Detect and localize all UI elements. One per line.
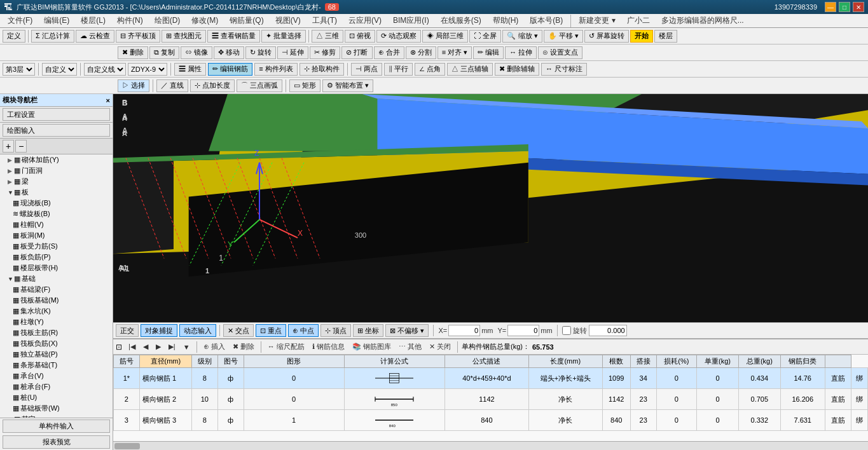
btn-align[interactable]: ≡ 对齐 ▾ — [437, 46, 472, 59]
btn-single-component[interactable]: 单构件输入 — [3, 419, 110, 433]
tree-item-masonry[interactable]: ▶ ▦ 砌体加筋(Y) — [5, 154, 113, 165]
tree-item-spiral-slab[interactable]: ≋ 螺旋板(B) — [10, 208, 113, 219]
btn-set-pivot[interactable]: ⊙ 设置支点 — [538, 46, 582, 59]
btn-point-angle[interactable]: ∠ 点角 — [415, 63, 445, 76]
tree-item-slab-hole[interactable]: ▦ 板洞(M) — [10, 230, 113, 241]
component-selector[interactable]: 自定义 — [42, 63, 77, 76]
tree-item-pit[interactable]: ▦ 集水坑(K) — [10, 306, 113, 317]
btn-draw-input[interactable]: 绘图输入 — [3, 124, 110, 137]
tree-item-pile-cap2[interactable]: ▦ 桩承台(F) — [10, 381, 113, 392]
menu-floor[interactable]: 楼层(L) — [76, 14, 111, 27]
btn-three-point-aux[interactable]: △ 三点辅轴 — [447, 63, 493, 76]
code-selector[interactable]: ZDYX-9 — [128, 63, 167, 76]
btn-delete[interactable]: ✖ 删除 — [118, 46, 148, 59]
minimize-button[interactable]: — — [825, 2, 836, 12]
btn-smart-place[interactable]: ⚙ 智能布置 ▾ — [322, 79, 373, 92]
tree-item-slab-tension[interactable]: ▦ 板受力筋(S) — [10, 241, 113, 252]
tree-item-pile[interactable]: ▦ 桩(U) — [10, 392, 113, 403]
menu-tools[interactable]: 工具(T) — [307, 14, 342, 27]
btn-insert-rebar[interactable]: ⊕ 插入 — [201, 341, 228, 352]
viewport[interactable]: B A A A1 1 — [113, 94, 868, 322]
btn-delete-aux[interactable]: ✖ 删除辅轴 — [495, 63, 539, 76]
btn-three-arc[interactable]: ⌒ 三点画弧 — [237, 79, 282, 92]
tree-item-column-cap[interactable]: ▦ 柱帽(V) — [10, 219, 113, 230]
btn-report-preview[interactable]: 报表预览 — [3, 435, 110, 449]
btn-point-length[interactable]: ⊹ 点加长度 — [190, 79, 235, 92]
btn-stretch[interactable]: ↔ 拉伸 — [505, 46, 537, 59]
btn-delete-rebar[interactable]: ✖ 删除 — [230, 341, 257, 352]
tree-item-raft-main[interactable]: ▦ 筏板主筋(R) — [10, 327, 113, 338]
btn-3d[interactable]: △ 三维 — [312, 30, 343, 43]
btn-two-point[interactable]: ⊣ 两点 — [351, 63, 382, 76]
btn-rotate[interactable]: ↻ 旋转 — [245, 46, 276, 59]
btn-mirror[interactable]: ⇔ 镜像 — [181, 46, 212, 59]
table-row[interactable]: 3 横向钢筋 3 8 ф 1 840 — [114, 410, 868, 431]
tree-item-found-band[interactable]: ▦ 基础板带(W) — [10, 403, 113, 414]
rebar-table-wrap[interactable]: 筋号 直径(mm) 级别 图号 图形 计算公式 公式描述 长度(mm) 根数 搭… — [113, 355, 868, 441]
btn-select[interactable]: ▷ 选择 — [118, 79, 149, 92]
menu-grid-editor[interactable]: 多边形编辑器的网格尺... — [656, 14, 749, 27]
btn-split[interactable]: ⊗ 分割 — [406, 46, 436, 59]
snap-btn-ortho[interactable]: 正交 — [116, 324, 139, 337]
floor-selector[interactable]: 第3层 — [3, 63, 35, 76]
btn-screen-rotate[interactable]: ↺ 屏幕旋转 — [584, 30, 629, 43]
menu-new-change[interactable]: 新建变更 ▾ — [574, 14, 620, 27]
line-selector[interactable]: 自定义线 — [84, 63, 126, 76]
menu-bim[interactable]: BIM应用(I) — [388, 14, 434, 27]
snap-btn-coord[interactable]: ⊞ 坐标 — [353, 324, 383, 337]
btn-floor[interactable]: 楼层 — [654, 30, 677, 43]
menu-help[interactable]: 帮助(H) — [488, 14, 524, 27]
btn-scale-rebar[interactable]: ↔ 缩尺配筋 — [265, 341, 307, 352]
btn-trim[interactable]: ✂ 修剪 — [310, 46, 340, 59]
sidebar-collapse-btn[interactable]: × — [106, 97, 110, 104]
close-button[interactable]: ✕ — [853, 2, 864, 12]
tree-item-slab-band[interactable]: ▦ 楼层板带(H) — [10, 262, 113, 273]
btn-extend[interactable]: ⊣ 延伸 — [277, 46, 308, 59]
menu-file[interactable]: 文件(F) — [3, 14, 38, 27]
btn-calculate[interactable]: Σ 汇总计算 — [31, 30, 74, 43]
tree-item-cast-slab[interactable]: ▦ 现浇板(B) — [10, 198, 113, 208]
btn-copy[interactable]: ⧉ 复制 — [149, 46, 179, 59]
btn-project-settings[interactable]: 工程设置 — [3, 108, 110, 121]
btn-break[interactable]: ⊘ 打断 — [341, 46, 372, 59]
menu-modify[interactable]: 修改(M) — [186, 14, 223, 27]
btn-nav-prev[interactable]: ◀ — [141, 342, 151, 351]
tree-item-door[interactable]: ▶ ▦ 门面洞 — [5, 165, 113, 176]
btn-rebar-info[interactable]: ℹ 钢筋信息 — [310, 341, 347, 352]
menu-service[interactable]: 在线服务(S) — [436, 14, 486, 27]
snap-btn-object[interactable]: 对象捕捉 — [141, 324, 177, 337]
btn-cloud-check[interactable]: ☁ 云检查 — [76, 30, 114, 43]
snap-btn-dynamic[interactable]: 动态输入 — [179, 324, 216, 337]
snap-btn-intersection[interactable]: ✕ 交点 — [223, 324, 254, 337]
btn-properties[interactable]: ☰ 属性 — [174, 63, 206, 76]
btn-close-rebar[interactable]: ✕ 关闭 — [427, 341, 453, 352]
btn-add-component[interactable]: + — [3, 140, 14, 153]
tree-item-foundation[interactable]: ▼ ▦ 基础 — [5, 273, 113, 284]
tree-item-strip[interactable]: ▦ 条形基础(T) — [10, 360, 113, 371]
menu-rebar[interactable]: 钢筋量(Q) — [224, 14, 268, 27]
btn-merge[interactable]: ⊕ 合并 — [374, 46, 404, 59]
snap-btn-center[interactable]: ⊕ 中点 — [288, 324, 319, 337]
btn-edit-prop[interactable]: ✏ 编辑 — [473, 46, 504, 59]
btn-component-list[interactable]: ≡ 构件列表 — [254, 63, 297, 76]
rotate-checkbox[interactable] — [562, 326, 571, 335]
btn-batch-select[interactable]: ✦ 批量选择 — [261, 30, 306, 43]
tree-item-pile-cap[interactable]: ▦ 承台(V) — [10, 371, 113, 381]
btn-start[interactable]: 开始 — [630, 30, 653, 43]
snap-btn-midpoint[interactable]: ⊡ 重点 — [256, 324, 286, 337]
btn-find-element[interactable]: ⊞ 查找图元 — [162, 30, 206, 43]
btn-move[interactable]: ✥ 移动 — [214, 46, 244, 59]
btn-remove-component[interactable]: − — [15, 140, 27, 153]
tree-item-column-pier[interactable]: ▦ 柱墩(Y) — [10, 317, 113, 327]
menu-edit[interactable]: 编辑(E) — [39, 14, 74, 27]
maximize-button[interactable]: □ — [839, 2, 850, 12]
menu-cloud[interactable]: 云应用(V) — [343, 14, 387, 27]
table-row[interactable]: 2 横向钢筋 2 10 ф 0 — [114, 389, 868, 410]
btn-pan[interactable]: ✋ 平移 ▾ — [544, 30, 583, 43]
menu-version[interactable]: 版本号(B) — [525, 14, 568, 27]
btn-view-rebar[interactable]: ☰ 查看钢筋量 — [207, 30, 260, 43]
y-input[interactable] — [507, 325, 539, 336]
tree-item-isolated[interactable]: ▦ 独立基础(P) — [10, 349, 113, 360]
btn-parallel[interactable]: ∥ 平行 — [384, 63, 413, 76]
tree-item-raft[interactable]: ▦ 筏板基础(M) — [10, 295, 113, 306]
